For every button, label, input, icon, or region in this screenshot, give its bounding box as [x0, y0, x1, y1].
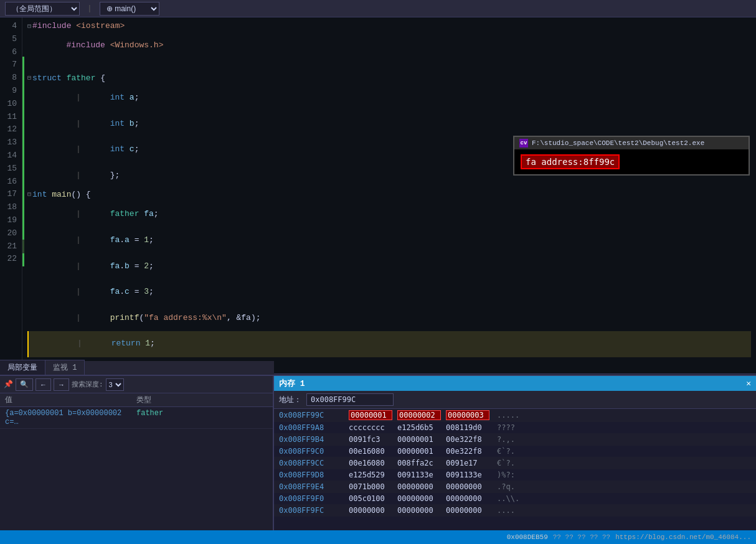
mem-hex-0-1: 00000002 [397, 410, 441, 420]
mem-hex-6-0: 0071b000 [349, 482, 392, 491]
mem-row-4: 0x008FF9C0 00e16080 00000001 00e322f8 €`… [274, 446, 756, 457]
console-window: cv F:\studio_space\CODE\test2\Debug\test… [513, 136, 750, 176]
var-value: {a=0x00000001 b=0x00000002 c=… [5, 409, 136, 426]
mem-hex-2-2: 00e322f8 [446, 435, 489, 444]
code-line-12: ⊟ int main() { [27, 189, 751, 202]
mem-panel-close[interactable]: ✕ [746, 378, 751, 388]
console-output: fa address:8ff99c [521, 154, 620, 169]
code-line-9: | int b; [27, 111, 751, 137]
code-line-15: | fa.b = 2; [27, 253, 751, 279]
fold-icon-12[interactable]: ⊟ [27, 190, 31, 200]
mem-hex-7-0: 005c0100 [349, 494, 392, 503]
mem-hex-0-2: 00000003 [446, 410, 489, 420]
var-type: father [136, 409, 268, 426]
mem-addr-input[interactable] [306, 393, 394, 406]
fold-icon-4[interactable]: ⊟ [27, 22, 31, 32]
search-btn[interactable]: 🔍 [16, 378, 33, 391]
tab-local-vars[interactable]: 局部变量 [0, 360, 45, 375]
code-line-5: #include <Windows.h> [27, 33, 751, 59]
code-line-6 [27, 59, 751, 72]
mem-addr-0: 0x008FF99C [279, 411, 341, 420]
mem-hex-5-2: 0091133e [446, 471, 489, 479]
header-value: 值 [5, 395, 136, 405]
mem-hex-group-1: cccccccc e125d6b5 008119d0 [349, 423, 489, 432]
tab-watch1[interactable]: 监视 1 [45, 360, 85, 375]
mem-row-1: 0x008FF99C 00000001 00000002 00000003 ..… [274, 409, 756, 422]
back-btn[interactable]: ← [35, 378, 51, 391]
status-qq: ?? ?? ?? ?? ?? [553, 533, 610, 541]
mem-ascii-5: )%?: [497, 471, 522, 479]
console-body: fa address:8ff99c [514, 149, 749, 174]
fwd-btn[interactable]: → [54, 378, 69, 391]
code-line-7: ⊟ struct father { [27, 72, 751, 85]
mem-ascii-7: ..\\. [497, 494, 522, 503]
mem-hex-5-1: 0091133e [397, 471, 441, 479]
mem-row-5: 0x008FF9CC 00e16080 008ffa2c 0091e17 €`?… [274, 457, 756, 469]
bottom-panel-tabs: 局部变量 监视 1 [0, 361, 274, 375]
mem-content: 0x008FF99C 00000001 00000002 00000003 ..… [274, 409, 756, 530]
mem-hex-group-8: 00000000 00000000 00000000 [349, 506, 489, 515]
mem-hex-group-0: 00000001 00000002 00000003 [349, 410, 489, 420]
function-dropdown[interactable]: ⊕ main() [100, 2, 159, 16]
mem-ascii-4: €`?. [497, 459, 522, 467]
mem-hex-1-0: cccccccc [349, 423, 392, 432]
code-line-18: | return 1; [27, 331, 751, 357]
mem-hex-group-5: e125d529 0091133e 0091133e [349, 471, 489, 479]
mem-addr-bar: 地址： [274, 391, 756, 409]
mem-row-2: 0x008FF9A8 cccccccc e125d6b5 008119d0 ??… [274, 422, 756, 434]
status-hex: 0x008DEB59 [507, 533, 548, 541]
mem-addr-7: 0x008FF9F0 [279, 494, 341, 503]
mem-hex-group-6: 0071b000 00000000 00000000 [349, 482, 489, 491]
mem-hex-3-1: 00000001 [397, 447, 441, 456]
code-line-8: | int a; [27, 85, 751, 111]
header-type: 类型 [136, 395, 268, 405]
top-toolbar: （全局范围） | ⊕ main() [0, 0, 756, 17]
mem-ascii-8: .... [497, 506, 522, 515]
fold-bar-return [22, 240, 24, 253]
mem-hex-8-1: 00000000 [397, 506, 441, 515]
line-numbers: 4 5 6 7 8 9 10 11 12 13 14 15 16 17 18 1… [0, 17, 22, 378]
mem-ascii-2: ?.,. [497, 435, 522, 444]
mem-hex-group-3: 00e16080 00000001 00e322f8 [349, 447, 489, 456]
mem-row-7: 0x008FF9E4 0071b000 00000000 00000000 .?… [274, 481, 756, 493]
vars-table: 值 类型 {a=0x00000001 b=0x00000002 c=… fath… [0, 393, 273, 530]
bottom-panel: 📌 🔍 ← → 搜索深度: 3 值 类型 {a=0x00000001 b=0x0… [0, 375, 756, 530]
mem-hex-5-0: e125d529 [349, 471, 392, 479]
code-line-17: | printf("fa address:%x\n", &fa); [27, 305, 751, 331]
mem-hex-4-2: 0091e17 [446, 459, 489, 467]
code-lines[interactable]: ⊟ #include <iostream> #include <Windows.… [22, 17, 756, 378]
mem-panel-header: 内存 1 ✕ [274, 376, 756, 391]
mem-hex-4-1: 008ffa2c [397, 459, 441, 467]
code-line-13: | father fa; [27, 202, 751, 228]
mem-hex-6-1: 00000000 [397, 482, 441, 491]
vars-toolbar: 📌 🔍 ← → 搜索深度: 3 [0, 376, 273, 393]
mem-hex-6-2: 00000000 [446, 482, 489, 491]
code-line-14: | fa.a = 1; [27, 228, 751, 254]
mem-addr-label: 地址： [279, 395, 301, 405]
mem-addr-2: 0x008FF9B4 [279, 435, 341, 444]
console-titlebar: cv F:\studio_space\CODE\test2\Debug\test… [514, 137, 749, 149]
memory-panel: 内存 1 ✕ 地址： 0x008FF99C 00000001 00000002 … [274, 376, 756, 530]
pin-icon: 📌 [4, 380, 13, 389]
mem-hex-3-0: 00e16080 [349, 447, 392, 456]
mem-hex-group-7: 005c0100 00000000 00000000 [349, 494, 489, 503]
scope-dropdown[interactable]: （全局范围） [5, 2, 80, 16]
mem-ascii-1: ???? [497, 423, 522, 432]
fold-icon-7[interactable]: ⊟ [27, 73, 31, 83]
search-depth-select[interactable]: 3 [106, 378, 124, 391]
mem-addr-5: 0x008FF9D8 [279, 471, 341, 479]
mem-row-8: 0x008FF9F0 005c0100 00000000 00000000 ..… [274, 493, 756, 505]
status-blog: https://blog.csdn.net/m0_46084... [615, 533, 751, 541]
mem-row-6: 0x008FF9D8 e125d529 0091133e 0091133e )%… [274, 469, 756, 481]
mem-hex-1-1: e125d6b5 [397, 423, 441, 432]
mem-ascii-3: €`?. [497, 447, 522, 456]
mem-addr-4: 0x008FF9CC [279, 459, 341, 467]
status-bar: 0x008DEB59 ?? ?? ?? ?? ?? https://blog.c… [0, 530, 756, 544]
mem-addr-6: 0x008FF9E4 [279, 482, 341, 491]
mem-row-3: 0x008FF9B4 0091fc3 00000001 00e322f8 ?.,… [274, 434, 756, 446]
code-editor: 4 5 6 7 8 9 10 11 12 13 14 15 16 17 18 1… [0, 17, 756, 378]
mem-hex-2-1: 00000001 [397, 435, 441, 444]
mem-hex-3-2: 00e322f8 [446, 447, 489, 456]
search-depth-label: 搜索深度: [72, 380, 103, 389]
console-title: F:\studio_space\CODE\test2\Debug\test2.e… [532, 139, 704, 147]
